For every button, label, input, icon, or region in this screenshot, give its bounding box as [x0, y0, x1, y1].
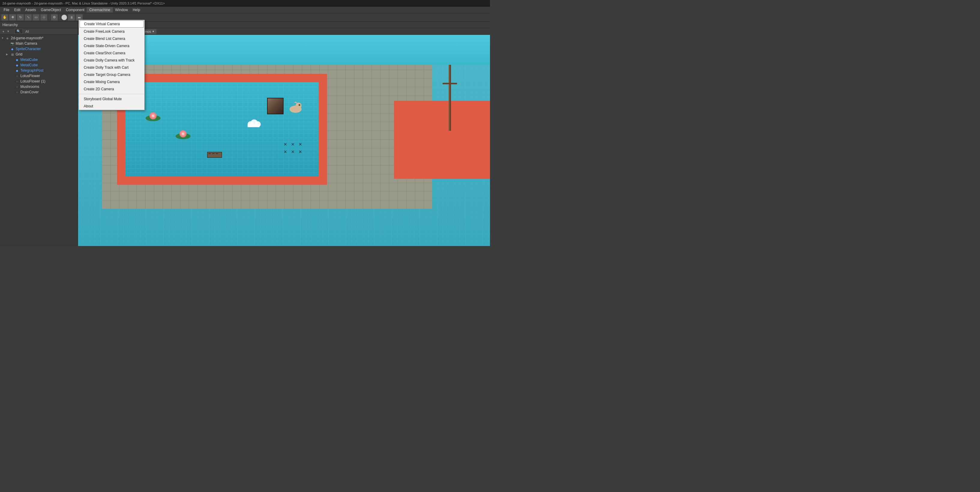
dog-obj — [288, 101, 303, 113]
hier-label-metal-cube-2: MetalCube — [21, 63, 38, 67]
toolbar: ✋ ✥ ↻ ⤡ ▭ ⊹ ⚙ ▶ ⏸ ⏭ — [0, 13, 490, 22]
dropdown-create-clearshot-camera[interactable]: Create ClearShot Camera — [79, 49, 144, 57]
metal-cube-obj — [267, 98, 283, 114]
hier-icon-camera: 📷 — [10, 41, 14, 46]
hier-icon-mushroom: ○ — [15, 85, 19, 89]
hier-label-sprite-character: SpriteCharacter — [16, 47, 41, 51]
cinemachine-dropdown: Create Virtual Camera Create FreeLook Ca… — [79, 20, 145, 110]
svg-rect-14 — [248, 124, 259, 127]
hier-item-lotus-flower-1[interactable]: ○ LotusFlower (1) — [0, 79, 78, 84]
toolbar-scale-tool[interactable]: ⤡ — [25, 14, 32, 21]
hier-label-scene-root: 2d-game-maynooth* — [11, 36, 43, 40]
dropdown-create-mixing-camera[interactable]: Create Mixing Camera — [79, 78, 144, 86]
hier-item-lotus-flower[interactable]: ○ LotusFlower — [0, 73, 78, 79]
hier-icon-sprite: ◆ — [10, 47, 14, 51]
toolbar-custom-tool[interactable]: ⚙ — [51, 14, 58, 21]
toolbar-transform-tool[interactable]: ⊹ — [40, 14, 48, 21]
dropdown-storyboard-global-mute[interactable]: Storyboard Global Mute — [79, 95, 144, 103]
hier-icon-grid: ▦ — [10, 52, 14, 56]
x-marks: ✕ ✕ ✕ ✕ ✕ ✕ — [282, 140, 306, 158]
hier-label-telegraph-post: TelegraphPost — [21, 68, 43, 73]
gizmos-arrow: ▼ — [152, 30, 154, 33]
main-layout: Hierarchy + ▼ 🔍 All ▼ ◈ 2d-game-maynooth… — [0, 22, 490, 246]
hier-label-mushrooms: Mushrooms — [21, 85, 39, 89]
dropdown-create-target-group-camera[interactable]: Create Target Group Camera — [79, 71, 144, 78]
hier-label-grid: Grid — [16, 52, 22, 56]
menu-help[interactable]: Help — [130, 7, 143, 13]
lotus-flower-svg-2 — [174, 128, 192, 140]
hier-label-metal-cube-1: MetalCube — [21, 57, 38, 62]
title-bar: 2d-game-maynooth - 2d-game-maynooth - PC… — [0, 0, 490, 6]
hier-item-main-camera[interactable]: 📷 Main Camera — [0, 41, 78, 46]
hierarchy-dropdown-arrow[interactable]: ▼ — [6, 30, 10, 33]
hier-item-telegraph-post[interactable]: ◆ TelegraphPost — [0, 68, 78, 73]
svg-text:✕: ✕ — [299, 149, 302, 154]
menu-component[interactable]: Component — [63, 7, 87, 13]
dropdown-create-blend-list-camera[interactable]: Create Blend List Camera — [79, 35, 144, 42]
svg-point-3 — [152, 114, 154, 117]
hier-item-metal-cube-2[interactable]: ◆ MetalCube — [0, 62, 78, 68]
hier-item-drain-cover[interactable]: ○ DrainCover — [0, 89, 78, 95]
hier-expand-scene: ▼ — [1, 37, 5, 40]
menu-window[interactable]: Window — [113, 7, 130, 13]
telegraph-post-obj — [449, 65, 451, 131]
svg-point-9 — [296, 103, 302, 109]
svg-text:✕: ✕ — [291, 149, 295, 154]
hier-icon-lotus: ○ — [15, 74, 19, 78]
hierarchy-header: Hierarchy — [0, 22, 78, 28]
hier-expand-grid: ▶ — [6, 53, 10, 56]
toolbar-rotate-tool[interactable]: ↻ — [17, 14, 24, 21]
cloud-obj — [245, 119, 262, 129]
telegraph-arm-obj — [442, 83, 457, 84]
dropdown-about[interactable]: About — [79, 103, 144, 110]
hier-label-lotus-flower: LotusFlower — [21, 74, 40, 78]
title-text: 2d-game-maynooth - 2d-game-maynooth - PC… — [2, 2, 165, 5]
hier-icon-cube2: ◆ — [15, 63, 19, 67]
menu-assets[interactable]: Assets — [23, 7, 38, 13]
dropdown-create-virtual-camera[interactable]: Create Virtual Camera — [80, 21, 144, 28]
dropdown-create-dolly-camera-track[interactable]: Create Dolly Camera with Track — [79, 57, 144, 64]
hier-icon-cube1: ◆ — [15, 57, 19, 62]
inner-pool — [126, 82, 319, 176]
hierarchy-add-btn[interactable]: + — [1, 29, 5, 33]
menu-bar: File Edit Assets GameObject Component Ci… — [0, 6, 490, 13]
hier-item-mushrooms[interactable]: ○ Mushrooms — [0, 84, 78, 89]
hierarchy-title: Hierarchy — [2, 23, 18, 27]
hier-icon-lotus-1: ○ — [15, 79, 19, 83]
svg-point-10 — [299, 104, 301, 106]
red-corner-platform — [394, 101, 490, 179]
hier-icon-scene: ◈ — [5, 36, 10, 40]
hierarchy-content: ▼ ◈ 2d-game-maynooth* 📷 Main Camera ◆ Sp… — [0, 35, 78, 246]
toolbar-play-btn[interactable]: ▶ — [61, 14, 67, 21]
lotus-flower-svg-1 — [144, 110, 162, 122]
menu-edit[interactable]: Edit — [12, 7, 23, 13]
dropdown-create-freelook-camera[interactable]: Create FreeLook Camera — [79, 28, 144, 35]
dropdown-separator — [79, 94, 144, 94]
toolbar-hand-tool[interactable]: ✋ — [1, 14, 8, 21]
dropdown-create-2d-camera[interactable]: Create 2D Camera — [79, 86, 144, 93]
svg-text:✕: ✕ — [283, 149, 287, 154]
hier-item-metal-cube-1[interactable]: ◆ MetalCube — [0, 57, 78, 62]
dropdown-create-state-driven-camera[interactable]: Create State-Driven Camera — [79, 42, 144, 49]
hierarchy-panel: Hierarchy + ▼ 🔍 All ▼ ◈ 2d-game-maynooth… — [0, 22, 78, 246]
hier-icon-telegraph: ◆ — [15, 68, 19, 73]
hier-item-grid[interactable]: ▶ ▦ Grid — [0, 52, 78, 57]
hierarchy-search-icon[interactable]: 🔍 — [14, 29, 23, 34]
toolbar-rect-tool[interactable]: ▭ — [32, 14, 40, 21]
toolbar-sep-2 — [59, 15, 60, 20]
toolbar-pause-btn[interactable]: ⏸ — [68, 14, 75, 21]
menu-gameobject[interactable]: GameObject — [38, 7, 63, 13]
svg-text:✕: ✕ — [291, 142, 295, 147]
toolbar-move-tool[interactable]: ✥ — [9, 14, 16, 21]
dropdown-create-dolly-track-cart[interactable]: Create Dolly Track with Cart — [79, 64, 144, 71]
hier-label-main-camera: Main Camera — [16, 41, 37, 46]
drain-cover-obj — [207, 152, 222, 158]
hier-item-sprite-character[interactable]: ◆ SpriteCharacter — [0, 46, 78, 52]
hier-item-scene-root[interactable]: ▼ ◈ 2d-game-maynooth* — [0, 35, 78, 41]
menu-file[interactable]: File — [1, 7, 12, 13]
svg-text:✕: ✕ — [283, 142, 287, 147]
hier-label-drain-cover: DrainCover — [21, 90, 39, 94]
hier-label-lotus-flower-1: LotusFlower (1) — [21, 79, 45, 83]
hierarchy-toolbar: + ▼ 🔍 All — [0, 28, 78, 35]
menu-cinemachine[interactable]: Cinemachine — [87, 7, 113, 13]
